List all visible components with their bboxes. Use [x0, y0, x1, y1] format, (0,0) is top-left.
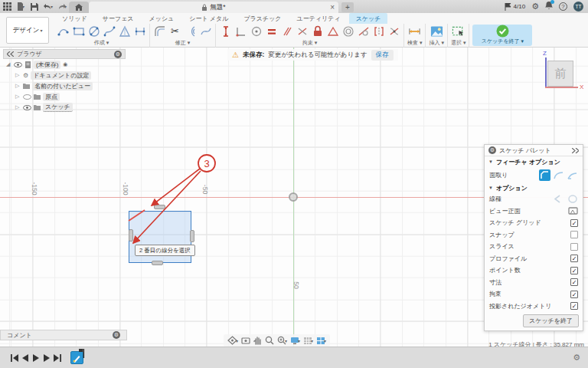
construction-line-icon[interactable] — [553, 195, 564, 203]
origin-point[interactable] — [289, 192, 298, 202]
tab-solid[interactable]: ソリッド — [55, 13, 94, 24]
timeline-step-forward-icon[interactable] — [41, 353, 52, 363]
collapse-panel-icon[interactable] — [7, 51, 14, 57]
expanded-icon[interactable]: ◢ — [6, 61, 11, 67]
perpendicular-constraint-icon[interactable] — [234, 25, 247, 38]
tab-plastic[interactable]: プラスチック — [237, 13, 288, 24]
inspect-dropdown[interactable]: 検査 ▾ — [407, 39, 422, 48]
timeline-step-back-icon[interactable] — [20, 353, 31, 363]
tab-sheetmetal[interactable]: シート メタル — [182, 13, 235, 24]
tab-mesh[interactable]: メッシュ — [142, 13, 181, 24]
chamfer-equal-distance-button[interactable] — [539, 169, 550, 181]
collinear-constraint-icon[interactable] — [296, 25, 309, 38]
equal-constraint-icon[interactable] — [265, 25, 278, 38]
browser-item-sketches[interactable]: ▷ スケッチ — [3, 102, 126, 113]
zoom-icon[interactable] — [265, 336, 274, 345]
new-tab-button[interactable]: + — [341, 2, 354, 12]
grid-settings-icon[interactable]: ▾ — [303, 337, 313, 345]
eye-icon[interactable] — [23, 105, 31, 110]
curvature-constraint-icon[interactable] — [387, 25, 400, 38]
constraints-dropdown[interactable]: 拘束 ▾ — [219, 39, 400, 48]
browser-item-document-settings[interactable]: ▷ ⚙ ドキュメントの設定 — [3, 70, 126, 80]
expand-icon[interactable]: ▷ — [15, 104, 21, 110]
snap-checkbox[interactable] — [570, 231, 578, 238]
notifications-bell-icon[interactable] — [545, 2, 553, 12]
expand-icon[interactable]: ▷ — [15, 94, 21, 100]
file-menu-icon[interactable]: ▾ — [14, 1, 28, 12]
select-tool-icon[interactable] — [452, 25, 465, 38]
item-label[interactable]: 名前の付いたビュー — [32, 82, 93, 90]
feature-options-section[interactable]: ▼ フィーチャ オプション — [485, 156, 583, 167]
trial-counter[interactable]: 4/10 — [505, 3, 526, 11]
settings-gear-icon[interactable]: ⚙ — [531, 2, 539, 12]
user-avatar[interactable]: TT — [573, 2, 583, 12]
centerline-icon[interactable] — [567, 195, 578, 203]
comments-gear-icon[interactable]: ⚙ — [113, 331, 120, 339]
dimensions-checkbox[interactable]: ✓ — [570, 278, 578, 286]
concentric-constraint-icon[interactable] — [341, 25, 354, 38]
document-tab[interactable]: 無題* × — [89, 2, 338, 13]
top-edge-handle[interactable] — [154, 205, 165, 209]
insert-dropdown[interactable]: 挿入 ▾ — [429, 39, 443, 48]
slice-checkbox[interactable] — [570, 243, 578, 251]
timeline-play-icon[interactable] — [31, 353, 41, 363]
undo-icon[interactable]: ▾ — [41, 1, 55, 12]
constraints-checkbox[interactable]: ✓ — [570, 291, 578, 298]
sketch-grid-checkbox[interactable]: ✓ — [570, 219, 578, 227]
measure-tool-icon[interactable] — [408, 25, 421, 38]
timeline-sketch-feature[interactable] — [70, 351, 83, 364]
expand-icon[interactable]: ▷ — [15, 83, 21, 89]
viewports-icon[interactable]: ▾ — [316, 337, 326, 345]
chamfer-distance-angle-button[interactable] — [553, 169, 564, 181]
palette-header[interactable]: ⚙ スケッチ パレット — [485, 145, 583, 156]
browser-item-named-views[interactable]: ▷ 名前の付いたビュー — [3, 80, 126, 91]
look-at-nav-icon[interactable] — [241, 337, 250, 345]
save-button[interactable]: 保存 — [371, 50, 394, 61]
tab-surface[interactable]: サーフェス — [96, 13, 141, 24]
circle-tool-icon[interactable] — [87, 25, 100, 38]
profile-checkbox[interactable]: ✓ — [570, 255, 578, 262]
left-edge-handle[interactable] — [129, 229, 133, 242]
save-icon[interactable] — [28, 1, 41, 12]
right-edge-handle[interactable] — [190, 230, 194, 242]
dimension-tool-icon[interactable] — [219, 25, 232, 38]
tab-utility[interactable]: ユーティリティ — [290, 13, 348, 24]
modify-dropdown[interactable]: 修正 ▾ — [153, 39, 212, 48]
orbit-icon[interactable]: ▾ — [227, 336, 238, 345]
dock-panel-icon[interactable] — [572, 148, 579, 153]
palette-finish-sketch-button[interactable]: スケッチを終了 — [523, 314, 579, 327]
item-label[interactable]: ドキュメントの設定 — [31, 71, 91, 80]
bottom-edge-handle[interactable] — [152, 261, 163, 265]
coincident-constraint-icon[interactable] — [250, 25, 263, 38]
symmetry-constraint-icon[interactable] — [372, 25, 385, 38]
points-checkbox[interactable]: ✓ — [570, 267, 578, 274]
options-section[interactable]: ▼ オプション — [485, 182, 583, 193]
item-label[interactable]: 原点 — [43, 93, 60, 101]
trim-tool-icon[interactable]: ✂ — [168, 25, 181, 38]
viewcube-front-face[interactable]: 前 — [547, 61, 573, 87]
comments-panel[interactable]: コメント ⚙ — [0, 330, 127, 340]
help-icon[interactable]: ? — [559, 2, 567, 11]
parallel-constraint-icon[interactable] — [280, 25, 293, 38]
pan-icon[interactable] — [253, 336, 262, 345]
line-tool-icon[interactable] — [57, 25, 70, 38]
chamfer-two-distance-button[interactable] — [567, 169, 578, 181]
viewcube[interactable]: 前 Z X — [532, 51, 586, 99]
timeline-go-start-icon[interactable] — [9, 353, 20, 363]
timeline-position-marker[interactable] — [79, 349, 85, 358]
spline-tool-icon[interactable] — [103, 25, 116, 38]
browser-item-origin[interactable]: ▷ 原点 — [3, 91, 126, 102]
eye-icon[interactable] — [14, 62, 22, 67]
home-tab[interactable] — [69, 2, 89, 13]
data-panel-icon[interactable] — [0, 1, 14, 12]
projected-geometry-checkbox[interactable]: ✓ — [570, 302, 578, 310]
redo-icon[interactable]: ▾ — [55, 1, 69, 12]
sketch-canvas[interactable]: -150 -100 -50 50 ⚠ 未保存: 変更が失われる可能性があります … — [0, 48, 588, 347]
eye-icon[interactable] — [23, 94, 31, 100]
look-at-icon[interactable] — [568, 207, 578, 215]
fillet-tool-icon[interactable] — [153, 25, 166, 38]
close-tab-icon[interactable]: × — [330, 3, 335, 12]
lock-constraint-icon[interactable] — [311, 25, 324, 38]
zoom-window-icon[interactable]: ▾ — [277, 336, 287, 345]
rectangle-tool-icon[interactable] — [72, 25, 85, 38]
